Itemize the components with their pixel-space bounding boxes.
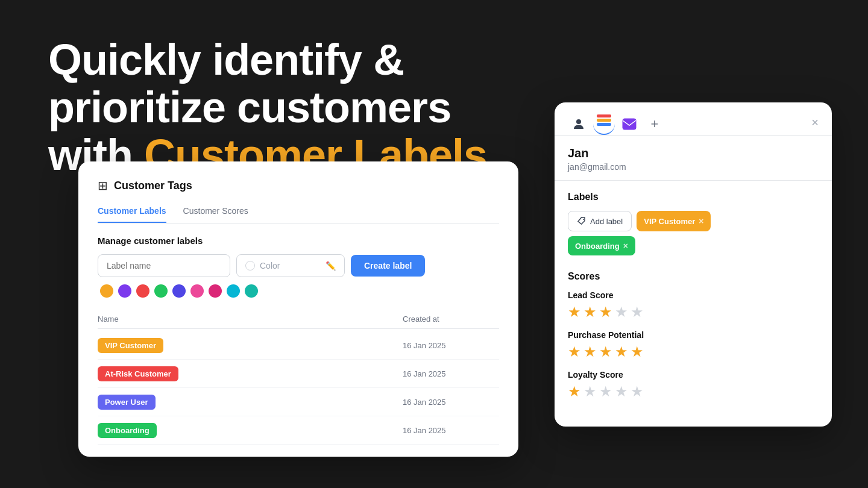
color-dot-rose[interactable] bbox=[209, 284, 222, 298]
labels-section-title: Labels bbox=[568, 192, 819, 202]
row-date: 16 Jan 2025 bbox=[403, 369, 499, 378]
layers-icon bbox=[596, 113, 612, 127]
input-row: Color ✏️ Create label bbox=[98, 254, 499, 277]
lead-score-stars: ★ ★ ★ ★ ★ bbox=[568, 304, 819, 321]
table-row: Onboarding 16 Jan 2025 bbox=[98, 416, 499, 445]
loyalty-score-stars: ★ ★ ★ ★ ★ bbox=[568, 383, 819, 400]
hero-section: Quickly identify & prioritize customers … bbox=[48, 36, 518, 180]
color-input[interactable]: Color ✏️ bbox=[236, 254, 345, 277]
purchase-score-stars: ★ ★ ★ ★ ★ bbox=[568, 343, 819, 360]
star-4: ★ bbox=[615, 383, 628, 400]
panel-header: ⊞ Customer Tags bbox=[98, 178, 499, 193]
close-button[interactable]: × bbox=[811, 113, 819, 130]
panel-icon: ⊞ bbox=[98, 178, 108, 193]
color-dot-teal[interactable] bbox=[245, 284, 258, 298]
user-info: Jan jan@gmail.com bbox=[555, 136, 832, 181]
labels-row-2: Onboarding × bbox=[568, 236, 819, 255]
row-date: 16 Jan 2025 bbox=[403, 398, 499, 407]
svg-rect-2 bbox=[597, 119, 611, 122]
row-date: 16 Jan 2025 bbox=[403, 341, 499, 350]
color-circle bbox=[245, 261, 255, 271]
star-3: ★ bbox=[599, 343, 612, 360]
label-vip-customer: VIP Customer × bbox=[637, 211, 711, 231]
star-4: ★ bbox=[615, 343, 628, 360]
account-icon bbox=[571, 117, 586, 131]
label-vip-text: VIP Customer bbox=[644, 217, 695, 226]
hero-title: Quickly identify & prioritize customers … bbox=[48, 36, 518, 180]
star-5: ★ bbox=[631, 304, 644, 321]
label-name-input[interactable] bbox=[98, 254, 230, 277]
user-email: jan@gmail.com bbox=[568, 162, 819, 172]
table-row: At-Risk Customer 16 Jan 2025 bbox=[98, 360, 499, 388]
scores-section: Scores Lead Score ★ ★ ★ ★ ★ Purchase Pot… bbox=[555, 260, 832, 400]
add-label-text: Add label bbox=[590, 217, 623, 226]
label-onboarding: Onboarding × bbox=[568, 236, 635, 255]
plus-icon: + bbox=[651, 116, 659, 132]
tabs-row: Customer Labels Customer Scores bbox=[98, 206, 499, 224]
labels-row: Add label VIP Customer × bbox=[568, 211, 819, 231]
star-5: ★ bbox=[631, 343, 644, 360]
table-header: Name Created at bbox=[98, 310, 499, 329]
account-icon-btn[interactable] bbox=[568, 113, 590, 135]
color-placeholder: Color bbox=[260, 261, 280, 271]
hero-line1: Quickly identify & prioritize customers bbox=[48, 36, 451, 131]
user-panel: + × Jan jan@gmail.com Labels Add label V… bbox=[555, 102, 832, 427]
add-label-button[interactable]: Add label bbox=[568, 211, 632, 231]
topbar-icons: + bbox=[568, 113, 665, 135]
color-dot-cyan[interactable] bbox=[227, 284, 240, 298]
label-vip-remove[interactable]: × bbox=[699, 216, 703, 226]
score-lead: Lead Score ★ ★ ★ ★ ★ bbox=[568, 290, 819, 321]
svg-point-0 bbox=[576, 119, 581, 124]
svg-rect-4 bbox=[623, 119, 636, 130]
row-label-cell: VIP Customer bbox=[98, 340, 403, 351]
color-dot-red[interactable] bbox=[136, 284, 149, 298]
stack-icon-btn[interactable] bbox=[593, 113, 615, 135]
star-1: ★ bbox=[568, 383, 581, 400]
labels-section: Labels Add label VIP Customer × Onboardi… bbox=[555, 181, 832, 255]
tag-icon bbox=[577, 216, 587, 226]
create-label-button[interactable]: Create label bbox=[351, 255, 425, 277]
color-dots bbox=[98, 284, 499, 298]
color-dot-green[interactable] bbox=[154, 284, 168, 298]
row-label-cell: At-Risk Customer bbox=[98, 368, 403, 379]
star-3: ★ bbox=[599, 383, 612, 400]
user-panel-topbar: + × bbox=[555, 102, 832, 136]
row-date: 16 Jan 2025 bbox=[403, 426, 499, 435]
mail-icon bbox=[622, 118, 637, 130]
lead-score-label: Lead Score bbox=[568, 290, 819, 300]
score-loyalty: Loyalty Score ★ ★ ★ ★ ★ bbox=[568, 370, 819, 400]
color-dot-indigo[interactable] bbox=[172, 284, 186, 298]
user-name: Jan bbox=[568, 146, 819, 160]
star-5: ★ bbox=[631, 383, 644, 400]
mail-icon-btn[interactable] bbox=[618, 113, 640, 135]
table-row: Power User 16 Jan 2025 bbox=[98, 388, 499, 416]
color-dot-pink[interactable] bbox=[190, 284, 204, 298]
tab-customer-labels[interactable]: Customer Labels bbox=[98, 206, 166, 223]
tag-vip-customer: VIP Customer bbox=[98, 338, 163, 353]
color-dot-purple[interactable] bbox=[118, 284, 131, 298]
label-onboarding-remove[interactable]: × bbox=[623, 241, 628, 251]
svg-point-5 bbox=[583, 219, 584, 220]
tag-at-risk: At-Risk Customer bbox=[98, 366, 178, 381]
star-2: ★ bbox=[583, 383, 597, 400]
row-label-cell: Power User bbox=[98, 396, 403, 407]
star-3: ★ bbox=[599, 304, 612, 321]
color-dot-yellow[interactable] bbox=[100, 284, 113, 298]
label-onboarding-text: Onboarding bbox=[575, 242, 620, 251]
star-2: ★ bbox=[583, 343, 597, 360]
panel-title: Customer Tags bbox=[114, 180, 192, 192]
table-row: VIP Customer 16 Jan 2025 bbox=[98, 331, 499, 360]
customer-tags-panel: ⊞ Customer Tags Customer Labels Customer… bbox=[78, 161, 518, 457]
tab-customer-scores[interactable]: Customer Scores bbox=[183, 206, 248, 223]
score-purchase: Purchase Potential ★ ★ ★ ★ ★ bbox=[568, 330, 819, 360]
col-created: Created at bbox=[403, 314, 499, 324]
loyalty-score-label: Loyalty Score bbox=[568, 370, 819, 380]
tag-power-user: Power User bbox=[98, 395, 156, 410]
svg-rect-1 bbox=[597, 114, 611, 117]
star-1: ★ bbox=[568, 304, 581, 321]
purchase-score-label: Purchase Potential bbox=[568, 330, 819, 340]
row-label-cell: Onboarding bbox=[98, 425, 403, 436]
svg-rect-3 bbox=[597, 123, 611, 126]
plus-icon-btn[interactable]: + bbox=[644, 113, 665, 135]
star-4: ★ bbox=[615, 304, 628, 321]
